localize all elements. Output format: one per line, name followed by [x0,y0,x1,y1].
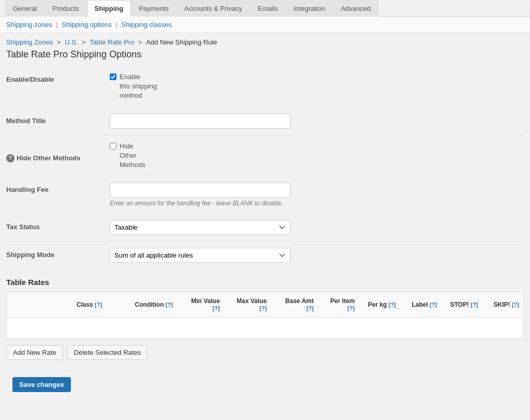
handling-fee-input[interactable] [110,183,291,198]
breadcrumb: Shipping Zones > U.S. > Table Rate Pro >… [0,33,530,49]
hide-methods-checkbox[interactable] [110,143,116,149]
breadcrumb-us[interactable]: U.S. [65,38,78,46]
col-header-perkg: Per kg [?] [359,292,400,318]
subnav-sep-1: | [56,21,58,28]
save-bar: Save changes [6,370,524,398]
col-header-maxval: Max Value[?] [224,292,271,318]
col-header-stop: STOP! [?] [441,292,482,318]
col-header-minval: Min Value[?] [177,292,224,318]
subnav-shipping-zones[interactable]: Shipping zones [6,21,52,28]
label-enable-disable: Enable/Disable [6,66,110,107]
subnav-shipping-classes[interactable]: Shipping classes [121,21,172,28]
col-header-skip: SKIP! [?] [482,292,523,318]
tab-accounts-privacy[interactable]: Accounts & Privacy [176,0,250,17]
col-class-help[interactable]: [?] [95,302,102,308]
top-nav: General Products Shipping Payments Accou… [0,0,530,17]
delete-selected-rates-button[interactable]: Delete Selected Rates [67,345,148,360]
breadcrumb-shipping-zones[interactable]: Shipping Zones [6,38,53,46]
table-rates-title: Table Rates [6,269,524,292]
col-minval-help[interactable]: [?] [213,305,220,311]
hide-methods-checkbox-label[interactable]: Hide Other Methods [110,142,524,170]
hide-methods-text: Hide Other Methods [120,142,145,170]
label-hide-other-methods: ? Hide Other Methods [6,135,110,176]
label-tax-status: Tax Status [6,214,110,242]
subnav-shipping-options[interactable]: Shipping options [62,21,112,28]
col-condition-help[interactable]: [?] [166,302,173,308]
field-hide-other-methods: Hide Other Methods [110,135,524,176]
form-table: Enable/Disable Enable this shipping meth… [6,66,524,269]
row-enable-disable: Enable/Disable Enable this shipping meth… [6,66,524,107]
action-buttons: Add New Rate Delete Selected Rates [6,345,524,360]
tax-status-select[interactable]: Taxable None [110,220,291,235]
row-shipping-mode: Shipping Mode Sum of all applicable rule… [6,242,524,269]
enable-disable-checkbox-label[interactable]: Enable this shipping method [110,72,524,101]
tab-integration[interactable]: Integration [286,0,333,17]
tab-advanced[interactable]: Advanced [333,0,378,17]
tab-shipping[interactable]: Shipping [87,0,131,17]
field-enable-disable: Enable this shipping method [110,66,524,107]
enable-disable-checkbox[interactable] [110,73,116,80]
page-title: Table Rate Pro Shipping Options [0,49,530,66]
col-maxval-help[interactable]: [?] [259,305,267,311]
col-baseamt-help[interactable]: [?] [306,305,314,311]
shipping-mode-select[interactable]: Sum of all applicable rules Cheapest app… [110,248,291,263]
handling-fee-hint: Enter an amount for the handling fee - l… [110,200,524,207]
rates-table-header: Class [?] Condition [?] Min Value[?] Max… [7,292,523,318]
field-shipping-mode: Sum of all applicable rules Cheapest app… [110,242,524,269]
tab-products[interactable]: Products [45,0,86,17]
breadcrumb-arrow-3: > [138,38,144,46]
tab-emails[interactable]: Emails [250,0,286,17]
tab-payments[interactable]: Payments [131,0,176,17]
breadcrumb-current: Add New Shipping Rule [146,38,217,46]
rates-table-body [7,318,523,339]
col-header-class: Class [?] [7,292,112,318]
label-method-title: Method Title [6,107,110,135]
main-content: Enable/Disable Enable this shipping meth… [0,66,530,398]
col-header-baseamt: Base Amt[?] [271,292,318,318]
add-new-rate-button[interactable]: Add New Rate [6,345,63,360]
label-handling-fee: Handling Fee [6,176,110,214]
enable-disable-text: Enable this shipping method [120,72,157,101]
row-method-title: Method Title [6,107,524,135]
col-header-peritem: Per Item [?] [318,292,359,318]
rates-empty-row [7,318,523,339]
row-hide-other-methods: ? Hide Other Methods Hide Other Methods [6,135,524,176]
table-rates-container: Class [?] Condition [?] Min Value[?] Max… [6,292,524,339]
hide-methods-help-icon[interactable]: ? [6,154,14,162]
method-title-input[interactable] [110,114,291,129]
col-peritem-help[interactable]: [?] [347,305,355,311]
rates-header-row: Class [?] Condition [?] Min Value[?] Max… [7,292,523,318]
row-tax-status: Tax Status Taxable None [6,214,524,242]
row-handling-fee: Handling Fee Enter an amount for the han… [6,176,524,214]
col-header-label: Label [?] [400,292,441,318]
label-shipping-mode: Shipping Mode [6,242,110,269]
field-method-title [110,107,524,135]
tab-general[interactable]: General [5,0,45,17]
sub-nav: Shipping zones | Shipping options | Ship… [0,17,530,33]
field-handling-fee: Enter an amount for the handling fee - l… [110,176,524,214]
field-tax-status: Taxable None [110,214,524,242]
breadcrumb-table-rate-pro[interactable]: Table Rate Pro [90,38,134,46]
col-stop-help[interactable]: [?] [470,302,478,308]
col-label-help[interactable]: [?] [430,302,437,308]
save-changes-button[interactable]: Save changes [12,377,71,392]
col-skip-help[interactable]: [?] [512,302,519,308]
rates-empty-cell [7,318,523,339]
subnav-sep-2: | [115,21,117,28]
col-perkg-help[interactable]: [?] [389,302,396,308]
breadcrumb-arrow-2: > [82,38,87,46]
breadcrumb-arrow-1: > [57,38,63,46]
col-header-condition: Condition [?] [112,292,177,318]
rates-table: Class [?] Condition [?] Min Value[?] Max… [7,292,523,338]
